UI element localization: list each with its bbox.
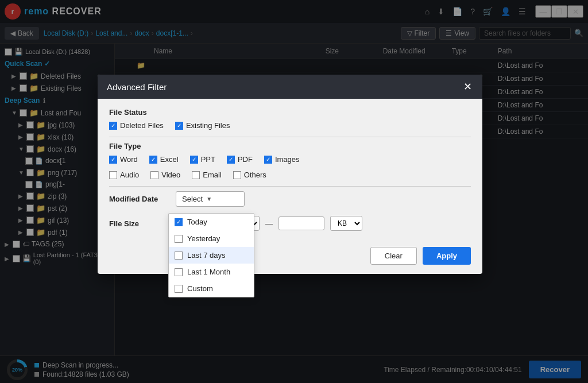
last7-label: Last 7 days	[187, 251, 226, 260]
ppt-label: PPT	[201, 155, 215, 164]
word-checkbox[interactable]: ✓ Word	[109, 155, 138, 164]
file-type-group2: Audio Video Email Others	[109, 171, 471, 179]
pdf-label: PDF	[238, 155, 253, 164]
audio-label: Audio	[120, 171, 139, 179]
excel-checkbox[interactable]: ✓ Excel	[149, 155, 179, 164]
dropdown-last1month[interactable]: Last 1 Month	[169, 264, 254, 280]
divider2	[109, 186, 471, 187]
yesterday-check[interactable]	[175, 235, 183, 243]
last1month-label: Last 1 Month	[187, 268, 230, 276]
dropdown-today[interactable]: ✓ Today	[169, 214, 254, 230]
last1month-check[interactable]	[175, 268, 183, 276]
file-status-title: File Status	[109, 108, 471, 117]
others-check[interactable]	[233, 171, 241, 179]
existing-files-label: Existing Files	[186, 121, 230, 130]
size-to-unit[interactable]: KBMBGB	[330, 216, 362, 231]
modified-date-row: Modified Date Select ▼ ✓ Today Yesterday…	[109, 191, 471, 207]
dialog-title-bar: Advanced Filter ✕	[98, 75, 482, 99]
excel-label: Excel	[160, 155, 179, 164]
last7-check[interactable]	[175, 252, 183, 260]
today-label: Today	[187, 218, 207, 226]
audio-check[interactable]	[109, 171, 117, 179]
dialog-close-button[interactable]: ✕	[462, 82, 473, 92]
file-status-group: ✓ Deleted Files ✓ Existing Files	[109, 121, 471, 130]
divider1	[109, 137, 471, 137]
today-check[interactable]: ✓	[175, 218, 183, 226]
deleted-files-label: Deleted Files	[120, 121, 164, 130]
images-check[interactable]: ✓	[264, 156, 272, 164]
ppt-check[interactable]: ✓	[190, 156, 198, 164]
others-checkbox[interactable]: Others	[233, 171, 266, 179]
dropdown-yesterday[interactable]: Yesterday	[169, 230, 254, 247]
custom-label: Custom	[187, 284, 213, 293]
apply-button[interactable]: Apply	[423, 247, 471, 265]
email-checkbox[interactable]: Email	[192, 171, 222, 179]
select-placeholder: Select	[182, 195, 203, 203]
images-label: Images	[275, 155, 300, 164]
dialog-body: File Status ✓ Deleted Files ✓ Existing F…	[98, 99, 482, 240]
advanced-filter-dialog: Advanced Filter ✕ File Status ✓ Deleted …	[98, 75, 482, 274]
size-to-label: —	[265, 219, 273, 228]
existing-files-checkbox[interactable]: ✓ Existing Files	[175, 121, 230, 130]
others-label: Others	[244, 171, 266, 179]
dropdown-arrow: ▼	[206, 196, 212, 202]
pdf-type-checkbox[interactable]: ✓ PDF	[227, 155, 253, 164]
dialog-title-text: Advanced Filter	[107, 82, 167, 92]
audio-checkbox[interactable]: Audio	[109, 171, 139, 179]
video-label: Video	[161, 171, 180, 179]
excel-check[interactable]: ✓	[149, 156, 157, 164]
custom-check[interactable]	[175, 285, 183, 293]
file-size-label: File Size	[109, 219, 167, 228]
word-check[interactable]: ✓	[109, 156, 117, 164]
dropdown-last7[interactable]: Last 7 days	[169, 247, 254, 264]
word-label: Word	[120, 155, 138, 164]
size-to-input[interactable]	[278, 216, 324, 230]
dropdown-custom[interactable]: Custom	[169, 280, 254, 297]
ppt-checkbox[interactable]: ✓ PPT	[190, 155, 215, 164]
video-checkbox[interactable]: Video	[150, 171, 180, 179]
dialog-footer: Clear Apply	[98, 240, 482, 274]
existing-check[interactable]: ✓	[175, 122, 183, 130]
video-check[interactable]	[150, 171, 158, 179]
file-size-row: File Size KBMBGB — KBMBGB	[109, 216, 471, 231]
file-type-title: File Type	[109, 142, 471, 150]
email-check[interactable]	[192, 171, 200, 179]
images-checkbox[interactable]: ✓ Images	[264, 155, 300, 164]
deleted-files-checkbox[interactable]: ✓ Deleted Files	[109, 121, 164, 130]
modified-date-select[interactable]: Select ▼	[176, 191, 245, 207]
yesterday-label: Yesterday	[187, 234, 220, 243]
email-label: Email	[203, 171, 222, 179]
pdf-check[interactable]: ✓	[227, 156, 235, 164]
deleted-check[interactable]: ✓	[109, 122, 117, 130]
date-dropdown-menu: ✓ Today Yesterday Last 7 days Last 1 Mon…	[168, 213, 254, 297]
clear-button[interactable]: Clear	[370, 247, 417, 265]
modified-date-label: Modified Date	[109, 195, 167, 203]
file-type-group1: ✓ Word ✓ Excel ✓ PPT ✓ PDF ✓ Images	[109, 155, 471, 164]
